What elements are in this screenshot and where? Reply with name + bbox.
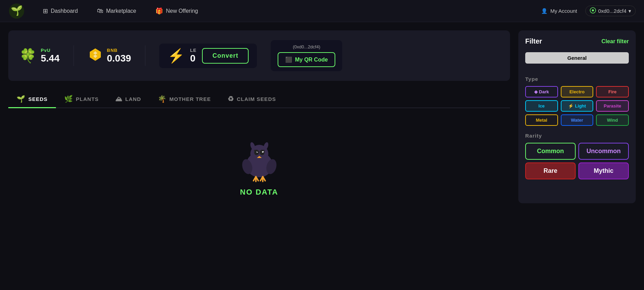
- bnb-info: BNB 0.039: [107, 48, 131, 64]
- ice-label: Ice: [538, 103, 545, 109]
- plants-tab-icon: 🌿: [64, 95, 73, 103]
- wallet-address: 0xd0...2dcf4: [598, 8, 626, 14]
- account-icon: 👤: [541, 8, 548, 14]
- account-label: My Account: [550, 8, 577, 14]
- new-offering-icon: 🎁: [155, 7, 163, 15]
- pvu-info: PvU 5.44: [41, 48, 60, 64]
- nav-dashboard-label: Dashboard: [51, 8, 78, 14]
- plants-tab-label: PLANTS: [76, 96, 99, 102]
- le-icon: ⚡: [167, 48, 185, 64]
- seeds-tab-icon: 🌱: [17, 95, 26, 103]
- inventory-tabs: 🌱 SEEDS 🌿 PLANTS ⛰ LAND 🌴 MOTHER TREE ♻ …: [8, 91, 510, 108]
- dashboard-icon: ⊞: [43, 7, 48, 15]
- mother-tree-tab-label: MOTHER TREE: [170, 96, 211, 102]
- type-fire-button[interactable]: Fire: [596, 86, 629, 97]
- bnb-balance: BNB 0.039: [88, 47, 131, 64]
- le-value: 0: [190, 53, 197, 64]
- le-box: ⚡ LE 0 Convert: [159, 44, 257, 68]
- type-water-button[interactable]: Water: [561, 114, 594, 126]
- pvu-balance: 🍀 PvU 5.44: [19, 48, 60, 64]
- light-label: Light: [575, 103, 586, 109]
- left-content: 🍀 PvU 5.44 BNB 0.039: [8, 30, 510, 217]
- type-dark-button[interactable]: ◈ Dark: [525, 86, 558, 97]
- rarity-section: Rarity Common Uncommon Rare Mythic: [525, 133, 629, 179]
- rarity-section-label: Rarity: [525, 133, 629, 139]
- no-data-area: No data: [8, 116, 510, 217]
- my-qr-code-button[interactable]: ⬛ My QR Code: [278, 52, 335, 67]
- type-section: Type ◈ Dark Electro Fire Ice ⚡ Light: [525, 76, 629, 126]
- metal-label: Metal: [536, 118, 547, 123]
- mother-tree-tab-icon: 🌴: [158, 95, 167, 103]
- type-electro-button[interactable]: Electro: [561, 86, 594, 97]
- claim-seeds-tab-icon: ♻: [228, 95, 234, 103]
- divider-2: [145, 45, 145, 66]
- wallet-panel: 🍀 PvU 5.44 BNB 0.039: [8, 30, 510, 81]
- dark-label: Dark: [539, 89, 549, 94]
- type-metal-button[interactable]: Metal: [525, 114, 558, 126]
- dark-icon: ◈: [534, 89, 538, 94]
- water-label: Water: [571, 118, 583, 123]
- marketplace-icon: 🛍: [97, 7, 103, 15]
- filter-sidebar: Filter Clear filter General Type ◈ Dark …: [518, 30, 636, 203]
- fire-label: Fire: [608, 89, 617, 94]
- bnb-label: BNB: [107, 48, 131, 53]
- bnb-value: 0.039: [107, 53, 131, 64]
- logo[interactable]: 🌱: [8, 3, 25, 19]
- claim-seeds-tab-label: CLAIM SEEDS: [237, 96, 276, 102]
- chevron-down-icon: ▾: [628, 8, 631, 14]
- tab-claim-seeds[interactable]: ♻ CLAIM SEEDS: [219, 91, 285, 108]
- general-section: General: [525, 52, 629, 69]
- clear-filter-button[interactable]: Clear filter: [602, 38, 629, 45]
- svg-point-3: [592, 9, 594, 11]
- wallet-address-button[interactable]: 0xd0...2dcf4 ▾: [585, 6, 636, 16]
- empty-state-bird: [237, 137, 282, 182]
- nav-dashboard[interactable]: ⊞ Dashboard: [39, 4, 82, 18]
- nav-new-offering-label: New Offering: [166, 8, 198, 14]
- parasite-label: Parasite: [604, 103, 621, 109]
- bnb-icon: [88, 47, 103, 64]
- qr-panel: (0xd0...2dcf4) ⬛ My QR Code: [271, 40, 342, 71]
- filter-title: Filter: [525, 37, 542, 45]
- wallet-display-address: (0xd0...2dcf4): [293, 44, 320, 49]
- land-tab-label: LAND: [125, 96, 141, 102]
- rarity-grid: Common Uncommon Rare Mythic: [525, 143, 629, 179]
- wallet-icon: [590, 7, 596, 15]
- light-icon: ⚡: [568, 103, 574, 109]
- main-container: 🍀 PvU 5.44 BNB 0.039: [0, 22, 644, 226]
- svg-text:🌱: 🌱: [11, 5, 23, 16]
- nav-links: ⊞ Dashboard 🛍 Marketplace 🎁 New Offering: [39, 4, 541, 18]
- le-label: LE: [190, 48, 197, 53]
- type-parasite-button[interactable]: Parasite: [596, 100, 629, 112]
- general-filter-button[interactable]: General: [525, 52, 629, 64]
- tab-seeds[interactable]: 🌱 SEEDS: [8, 91, 56, 108]
- type-light-button[interactable]: ⚡ Light: [561, 100, 594, 112]
- type-section-label: Type: [525, 76, 629, 82]
- pvu-icon: 🍀: [19, 49, 37, 63]
- navbar: 🌱 ⊞ Dashboard 🛍 Marketplace 🎁 New Offeri…: [0, 0, 644, 22]
- convert-button[interactable]: Convert: [202, 48, 249, 64]
- tab-plants[interactable]: 🌿 PLANTS: [56, 91, 107, 108]
- my-account-button[interactable]: 👤 My Account: [541, 8, 577, 14]
- pvu-label: PvU: [41, 48, 60, 53]
- logo-icon: 🌱: [8, 3, 25, 19]
- type-wind-button[interactable]: Wind: [596, 114, 629, 126]
- electro-label: Electro: [569, 89, 585, 94]
- tab-land[interactable]: ⛰ LAND: [107, 91, 150, 108]
- seeds-tab-label: SEEDS: [28, 96, 48, 102]
- rarity-uncommon-button[interactable]: Uncommon: [578, 143, 629, 160]
- le-info: LE 0: [190, 48, 197, 64]
- tab-mother-tree[interactable]: 🌴 MOTHER TREE: [150, 91, 219, 108]
- no-data-label: No data: [240, 188, 278, 197]
- type-ice-button[interactable]: Ice: [525, 100, 558, 112]
- pvu-value: 5.44: [41, 53, 60, 64]
- rarity-rare-button[interactable]: Rare: [525, 162, 576, 179]
- nav-marketplace[interactable]: 🛍 Marketplace: [93, 4, 140, 18]
- type-grid: ◈ Dark Electro Fire Ice ⚡ Light Parasite: [525, 86, 629, 126]
- qr-label: My QR Code: [295, 57, 328, 63]
- divider-1: [74, 45, 74, 66]
- nav-new-offering[interactable]: 🎁 New Offering: [151, 4, 202, 18]
- qr-icon: ⬛: [285, 56, 292, 63]
- filter-header: Filter Clear filter: [525, 37, 629, 45]
- rarity-common-button[interactable]: Common: [525, 143, 576, 160]
- rarity-mythic-button[interactable]: Mythic: [578, 162, 629, 179]
